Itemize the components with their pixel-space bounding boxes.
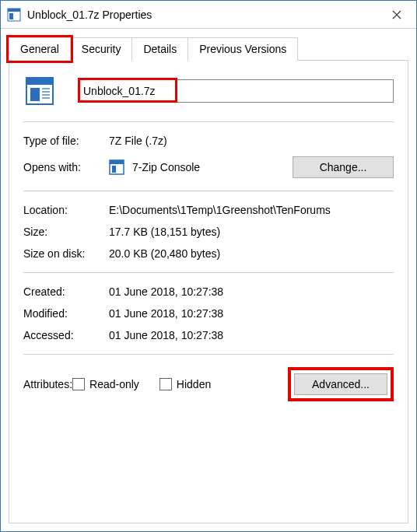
svg-rect-13 (110, 160, 124, 164)
svg-rect-2 (9, 13, 13, 19)
titlebar: Unblock_01.7z Properties (1, 1, 416, 29)
checkbox-hidden[interactable]: Hidden (159, 378, 211, 390)
svg-rect-1 (8, 9, 20, 12)
value-type: 7Z File (.7z) (109, 135, 394, 147)
label-created: Created: (23, 285, 109, 298)
label-location: Location: (23, 204, 109, 216)
value-accessed: 01 June 2018, 10:27:38 (109, 329, 394, 341)
checkbox-box-icon (159, 378, 172, 390)
tab-panel-general: Type of file: 7Z File (.7z) Opens with: … (9, 60, 408, 523)
value-location: E:\Documents\1Temp\1Greenshot\TenForums (109, 204, 394, 216)
opens-with-app-icon (109, 159, 124, 175)
checkbox-readonly[interactable]: Read-only (72, 378, 139, 390)
divider (23, 272, 394, 273)
change-button[interactable]: Change... (293, 156, 394, 178)
checkbox-box-icon (72, 378, 85, 390)
window-title: Unblock_01.7z Properties (27, 9, 377, 21)
client-area: General Security Details Previous Versio… (1, 29, 416, 531)
properties-window: Unblock_01.7z Properties General Securit… (0, 0, 417, 532)
label-type: Type of file: (23, 135, 109, 147)
checkbox-readonly-label: Read-only (89, 378, 139, 390)
tab-security[interactable]: Security (70, 37, 133, 61)
divider (23, 354, 394, 355)
advanced-button[interactable]: Advanced... (294, 373, 387, 395)
tab-strip: General Security Details Previous Versio… (9, 37, 408, 60)
checkbox-hidden-label: Hidden (177, 378, 211, 390)
tab-details[interactable]: Details (131, 37, 188, 61)
label-opens-with: Opens with: (23, 161, 109, 173)
label-modified: Modified: (23, 307, 109, 320)
value-size: 17.7 KB (18,151 bytes) (109, 226, 394, 238)
app-icon (7, 8, 21, 22)
highlight-box-advanced: Advanced... (288, 367, 394, 401)
value-size-on-disk: 20.0 KB (20,480 bytes) (109, 247, 394, 260)
tab-general[interactable]: General (9, 37, 71, 61)
label-accessed: Accessed: (23, 329, 109, 341)
label-attributes: Attributes: (23, 378, 72, 390)
svg-rect-9 (42, 91, 50, 93)
value-modified: 01 June 2018, 10:27:38 (109, 307, 394, 320)
divider (23, 191, 394, 191)
divider (23, 121, 394, 122)
file-type-icon (23, 75, 56, 107)
opens-with-app-name: 7-Zip Console (132, 161, 200, 173)
svg-rect-10 (42, 94, 50, 96)
close-button[interactable] (377, 1, 416, 29)
label-size-on-disk: Size on disk: (23, 247, 109, 260)
svg-rect-8 (42, 88, 50, 89)
tab-previous-versions[interactable]: Previous Versions (187, 37, 298, 61)
value-created: 01 June 2018, 10:27:38 (109, 285, 394, 298)
svg-rect-11 (42, 97, 50, 99)
filename-input[interactable] (78, 79, 394, 103)
svg-rect-7 (30, 88, 40, 101)
svg-rect-6 (26, 78, 53, 85)
label-size: Size: (23, 226, 109, 238)
svg-rect-14 (112, 166, 116, 173)
